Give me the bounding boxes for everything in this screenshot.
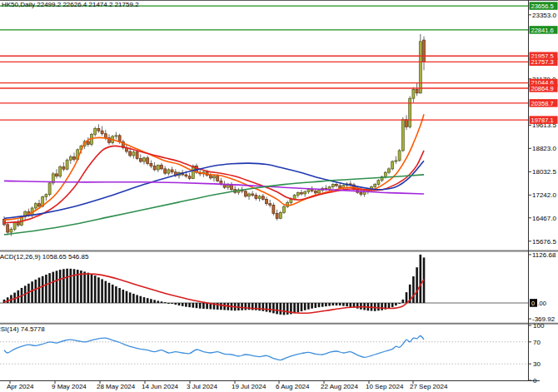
svg-text:3 Jul 2024: 3 Jul 2024	[187, 383, 217, 390]
svg-text:27 Sep 2024: 27 Sep 2024	[410, 383, 448, 390]
svg-text:23656.5: 23656.5	[531, 2, 554, 10]
svg-text:22 Aug 2024: 22 Aug 2024	[321, 383, 358, 390]
trading-chart-window: 23353.021179.019613.518823.018032.517242…	[0, 0, 558, 392]
svg-text:.00: .00	[538, 300, 546, 307]
svg-text:70: 70	[533, 339, 541, 346]
svg-text:16467.0: 16467.0	[532, 215, 556, 222]
svg-text:21757.3: 21757.3	[531, 58, 554, 66]
rsi-label: RSI(14) 74.5778	[0, 325, 45, 333]
chart-title: HK50,Daily 22499.2 22626.4 21474.2 21759…	[2, 1, 139, 8]
svg-text:20864.9: 20864.9	[531, 85, 554, 92]
svg-text:14 Jun 2024: 14 Jun 2024	[142, 383, 179, 390]
svg-text:9 May 2024: 9 May 2024	[52, 383, 87, 390]
svg-text:30: 30	[533, 360, 541, 368]
svg-text:18823.0: 18823.0	[532, 145, 556, 152]
svg-text:10 Sep 2024: 10 Sep 2024	[366, 383, 404, 390]
svg-text:19 Jul 2024: 19 Jul 2024	[232, 383, 267, 390]
svg-text:22841.6: 22841.6	[531, 27, 554, 34]
svg-text:6 Aug 2024: 6 Aug 2024	[276, 383, 310, 390]
svg-text:15676.5: 15676.5	[532, 238, 556, 246]
svg-text:Apr 2024: Apr 2024	[7, 383, 34, 390]
svg-text:0: 0	[531, 300, 535, 307]
svg-text:1126.68: 1126.68	[532, 251, 556, 259]
svg-text:0: 0	[533, 377, 537, 385]
svg-text:20358.7: 20358.7	[531, 100, 554, 107]
svg-text:19787.1: 19787.1	[531, 117, 554, 124]
svg-text:18032.5: 18032.5	[532, 168, 556, 176]
svg-text:23353.0: 23353.0	[532, 12, 556, 19]
svg-text:28 May 2024: 28 May 2024	[97, 383, 136, 390]
chart-canvas[interactable]: 23353.021179.019613.518823.018032.517242…	[0, 0, 558, 392]
macd-label: MACD(12,26,9) 1058.65 546.85	[0, 253, 88, 261]
svg-text:100: 100	[533, 322, 545, 330]
svg-text:17242.0: 17242.0	[532, 191, 556, 199]
